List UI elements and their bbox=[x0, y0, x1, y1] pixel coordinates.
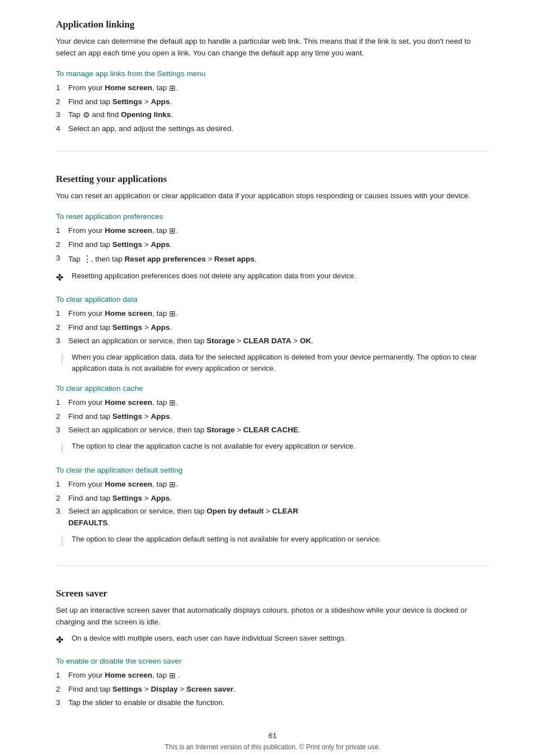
table-row: 1 From your Home screen, tap ⊞. bbox=[56, 82, 489, 95]
table-row: 2 Find and tap Settings > Apps. bbox=[56, 96, 489, 108]
section-title-resetting: Resetting your applications bbox=[56, 174, 489, 185]
table-row: 3 Tap the slider to enable or disable th… bbox=[56, 697, 489, 709]
subsection-clear-data: To clear application data 1 From your Ho… bbox=[56, 295, 489, 374]
subheading-manage-app-links: To manage app links from the Settings me… bbox=[56, 69, 489, 78]
subsection-clear-default: To clear the application default setting… bbox=[56, 466, 489, 549]
steps-enable-screen-saver: 1 From your Home screen, tap ⊞ . 2 Find … bbox=[56, 670, 489, 709]
section-title-screen-saver: Screen saver bbox=[56, 588, 489, 599]
warning-icon-3: ❕ bbox=[56, 534, 72, 549]
table-row: 1 From your Home screen, tap ⊞ . bbox=[56, 670, 489, 682]
table-row: 1 From your Home screen, tap ⊞. bbox=[56, 225, 489, 237]
steps-manage-app-links: 1 From your Home screen, tap ⊞. 2 Find a… bbox=[56, 82, 489, 135]
note-clear-data: ❕ When you clear application data, data … bbox=[56, 352, 489, 374]
steps-reset-prefs: 1 From your Home screen, tap ⊞. 2 Find a… bbox=[56, 225, 489, 266]
section-intro-screen-saver: Set up an interactive screen saver that … bbox=[56, 605, 489, 628]
table-row: 1 From your Home screen, tap ⊞. bbox=[56, 479, 489, 491]
subsection-manage-app-links: To manage app links from the Settings me… bbox=[56, 69, 489, 135]
steps-clear-default: 1 From your Home screen, tap ⊞. 2 Find a… bbox=[56, 479, 489, 529]
steps-clear-data: 1 From your Home screen, tap ⊞. 2 Find a… bbox=[56, 308, 489, 347]
subheading-enable-screen-saver: To enable or disable the screen saver bbox=[56, 657, 489, 665]
section-title-application-linking: Application linking bbox=[56, 19, 489, 30]
note-clear-cache: ❕ The option to clear the application ca… bbox=[56, 441, 489, 456]
table-row: 3 Tap ⋮, then tap Reset app preferences … bbox=[56, 253, 489, 267]
section-intro-application-linking: Your device can determine the default ap… bbox=[56, 36, 489, 59]
table-row: 2 Find and tap Settings > Apps. bbox=[56, 493, 489, 505]
page-number: 61 bbox=[56, 731, 489, 740]
warning-icon: ❕ bbox=[56, 352, 72, 367]
table-row: 3 Tap ⚙ and find Opening links. bbox=[56, 109, 489, 122]
table-row: 1 From your Home screen, tap ⊞. bbox=[56, 397, 489, 409]
steps-clear-cache: 1 From your Home screen, tap ⊞. 2 Find a… bbox=[56, 397, 489, 436]
tip-icon-2: ✤ bbox=[56, 633, 72, 647]
table-row: 4 Select an app, and adjust the settings… bbox=[56, 123, 489, 135]
section-application-linking: Application linking Your device can dete… bbox=[56, 19, 489, 135]
note-reset-prefs: ✤ Resetting application preferences does… bbox=[56, 270, 489, 285]
tip-icon: ✤ bbox=[56, 271, 72, 285]
subheading-clear-data: To clear application data bbox=[56, 295, 489, 304]
warning-icon-2: ❕ bbox=[56, 441, 72, 456]
subsection-reset-prefs: To reset application preferences 1 From … bbox=[56, 212, 489, 285]
table-row: 3 Select an application or service, then… bbox=[56, 424, 489, 436]
table-row: 2 Find and tap Settings > Apps. bbox=[56, 239, 489, 251]
page: Application linking Your device can dete… bbox=[0, 0, 534, 756]
subsection-clear-cache: To clear application cache 1 From your H… bbox=[56, 384, 489, 456]
table-row: 2 Find and tap Settings > Display > Scre… bbox=[56, 684, 489, 696]
page-footer: 61 This is an Internet version of this p… bbox=[56, 731, 489, 751]
footer-copyright: This is an Internet version of this publ… bbox=[56, 743, 489, 751]
table-row: 3 Select an application or service, then… bbox=[56, 335, 489, 347]
section-intro-resetting: You can reset an application or clear ap… bbox=[56, 190, 489, 202]
table-row: 2 Find and tap Settings > Apps. bbox=[56, 411, 489, 423]
table-row: 2 Find and tap Settings > Apps. bbox=[56, 322, 489, 334]
subheading-clear-cache: To clear application cache bbox=[56, 384, 489, 393]
note-screen-saver-multi-user: ✤ On a device with multiple users, each … bbox=[56, 633, 489, 647]
subsection-enable-screen-saver: To enable or disable the screen saver 1 … bbox=[56, 657, 489, 709]
subheading-clear-default: To clear the application default setting bbox=[56, 466, 489, 474]
note-clear-default: ❕ The option to clear the application de… bbox=[56, 534, 489, 549]
table-row: 1 From your Home screen, tap ⊞. bbox=[56, 308, 489, 320]
subheading-reset-prefs: To reset application preferences bbox=[56, 212, 489, 221]
section-resetting-applications: Resetting your applications You can rese… bbox=[56, 151, 489, 549]
section-screen-saver: Screen saver Set up an interactive scree… bbox=[56, 565, 489, 709]
table-row: 3 Select an application or service, then… bbox=[56, 506, 489, 529]
